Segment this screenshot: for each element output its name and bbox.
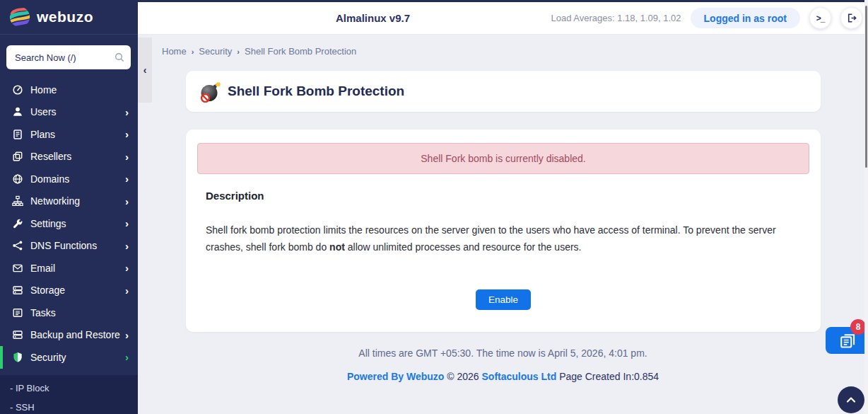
bomb-icon	[199, 80, 222, 103]
sidebar-item-label: Resellers	[30, 151, 125, 162]
chevron-right-icon: ›	[125, 352, 129, 362]
page-title-card: Shell Fork Bomb Protection	[186, 71, 821, 112]
sidebar: webuzo Home › Users › Plans › Resellers …	[0, 0, 138, 414]
tasks-icon	[12, 307, 23, 318]
sidebar-item-label: Settings	[30, 218, 125, 229]
news-icon	[839, 333, 855, 349]
status-alert: Shell Fork bomb is currently disabled.	[197, 143, 809, 174]
brand-logo[interactable]: webuzo	[0, 0, 138, 35]
user-icon	[12, 106, 23, 117]
logout-icon	[845, 12, 857, 24]
backup-icon	[12, 329, 23, 340]
scrollbar-track[interactable]	[864, 0, 868, 414]
webuzo-logo-icon	[9, 6, 30, 28]
status-alert-text: Shell Fork bomb is currently disabled.	[421, 153, 585, 164]
breadcrumb-separator: ›	[237, 47, 240, 56]
timezone-line: All times are GMT +05:30. The time now i…	[138, 347, 868, 359]
sidebar-item-label: Storage	[30, 284, 125, 296]
dashboard-icon	[12, 84, 23, 96]
breadcrumb-home[interactable]: Home	[162, 46, 187, 57]
chevron-up-icon	[844, 393, 858, 407]
security-submenu: - IP Block - SSH - Manage Root SSH Keys	[0, 375, 138, 414]
terminal-button[interactable]: >_	[809, 7, 831, 29]
networking-icon	[12, 195, 23, 207]
chevron-right-icon: ›	[125, 285, 129, 296]
email-icon	[12, 263, 23, 274]
sidebar-collapse-toggle[interactable]: ‹	[138, 38, 152, 103]
breadcrumb-current: Shell Fork Bomb Protection	[245, 46, 356, 57]
chevron-right-icon: ›	[125, 129, 129, 139]
sidebar-item-label: Networking	[30, 195, 125, 207]
sidebar-item-label: Users	[30, 106, 125, 117]
news-badge: 8	[850, 319, 866, 335]
sidebar-item-label: Home	[30, 84, 125, 96]
search-input[interactable]	[6, 45, 131, 69]
chevron-right-icon: ›	[125, 196, 129, 207]
page-created-text: Page Created In:0.854	[559, 371, 659, 382]
scrollbar-thumb[interactable]	[865, 6, 867, 168]
sidebar-item-label: Plans	[30, 129, 125, 140]
sidebar-item-security[interactable]: Security ›	[0, 346, 138, 369]
scroll-to-top-button[interactable]	[838, 386, 864, 413]
logout-button[interactable]	[840, 7, 862, 29]
description-text: Shell fork bomb protection limits the re…	[206, 222, 791, 255]
sidebar-subitem[interactable]: - SSH	[0, 398, 138, 414]
sidebar-item-label: Security	[30, 352, 125, 363]
brand-name: webuzo	[37, 8, 93, 25]
chevron-left-icon: ‹	[143, 64, 147, 76]
dns-icon	[12, 240, 23, 251]
page-title: Shell Fork Bomb Protection	[228, 84, 404, 99]
sidebar-menu: Home › Users › Plans › Resellers › Domai…	[0, 79, 138, 369]
globe-icon	[12, 173, 23, 185]
sidebar-item-networking[interactable]: Networking ›	[0, 190, 138, 213]
load-averages: Load Averages: 1.18, 1.09, 1.02	[551, 13, 681, 23]
sidebar-item-resellers[interactable]: Resellers ›	[0, 146, 138, 168]
sidebar-item-home[interactable]: Home ›	[0, 79, 138, 101]
fork-bomb-card: Shell Fork bomb is currently disabled. D…	[186, 130, 821, 332]
sidebar-subitem[interactable]: - IP Block	[0, 379, 138, 398]
breadcrumb: Home › Security › Shell Fork Bomb Protec…	[162, 46, 356, 57]
sidebar-item-label: DNS Functions	[30, 240, 125, 251]
chevron-right-icon: ›	[125, 107, 129, 117]
logged-in-as-root-button[interactable]: Logged in as root	[691, 8, 800, 28]
plans-icon	[12, 129, 23, 140]
sidebar-item-plans[interactable]: Plans ›	[0, 123, 138, 146]
sidebar-item-email[interactable]: Email ›	[0, 257, 138, 280]
sidebar-item-settings[interactable]: Settings ›	[0, 212, 138, 235]
wrench-icon	[12, 218, 23, 229]
footer-credits: Powered By Webuzo © 2026 Softaculous Ltd…	[138, 371, 868, 382]
description-heading: Description	[206, 190, 264, 202]
search-icon	[115, 52, 124, 62]
main-content: ‹ Home › Security › Shell Fork Bomb Prot…	[138, 35, 868, 414]
sidebar-item-tasks[interactable]: Tasks ›	[0, 301, 138, 324]
enable-button[interactable]: Enable	[476, 289, 531, 310]
powered-by-webuzo-link[interactable]: Powered By Webuzo	[347, 371, 444, 382]
storage-icon	[12, 284, 23, 296]
chevron-right-icon: ›	[125, 330, 129, 340]
sidebar-item-storage[interactable]: Storage ›	[0, 280, 138, 302]
sidebar-item-backup-and-restore[interactable]: Backup and Restore ›	[0, 324, 138, 347]
chevron-right-icon: ›	[125, 218, 129, 229]
sidebar-item-label: Backup and Restore	[30, 329, 125, 340]
resellers-icon	[12, 151, 23, 162]
sidebar-item-label: Domains	[30, 173, 125, 185]
topbar: Almalinux v9.7 Load Averages: 1.18, 1.09…	[138, 0, 868, 35]
sidebar-item-domains[interactable]: Domains ›	[0, 168, 138, 190]
news-button[interactable]: 8	[826, 327, 868, 354]
sidebar-item-label: Email	[30, 263, 125, 274]
sidebar-item-label: Tasks	[30, 307, 125, 318]
sidebar-item-dns-functions[interactable]: DNS Functions ›	[0, 235, 138, 258]
softaculous-ltd-link[interactable]: Softaculous Ltd	[482, 371, 557, 382]
copyright-text: © 2026	[447, 371, 479, 382]
terminal-icon: >_	[816, 13, 825, 23]
chevron-right-icon: ›	[125, 151, 129, 162]
chevron-right-icon: ›	[125, 263, 129, 273]
chevron-right-icon: ›	[125, 241, 129, 251]
chevron-right-icon: ›	[125, 173, 129, 184]
server-os-title: Almalinux v9.7	[336, 2, 410, 34]
breadcrumb-separator: ›	[192, 47, 194, 56]
sidebar-item-users[interactable]: Users ›	[0, 101, 138, 124]
breadcrumb-security[interactable]: Security	[199, 46, 232, 57]
shield-icon	[12, 352, 23, 363]
